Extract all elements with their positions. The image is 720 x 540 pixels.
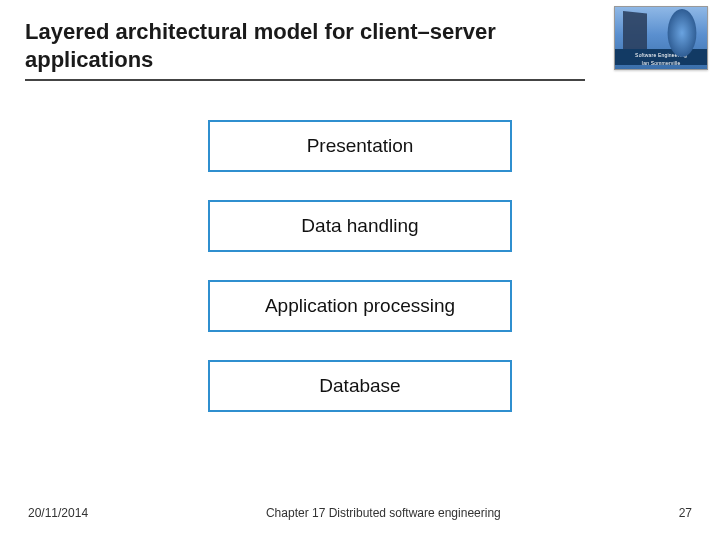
- layer-data-handling: Data handling: [208, 200, 512, 252]
- book-cover-band: Software Engineering Ian Sommerville: [615, 49, 707, 65]
- book-cover-thumbnail: Software Engineering Ian Sommerville: [614, 6, 708, 70]
- layer-label: Database: [319, 375, 400, 397]
- slide-header: Layered architectural model for client–s…: [0, 0, 720, 81]
- layer-application-processing: Application processing: [208, 280, 512, 332]
- footer-date: 20/11/2014: [28, 506, 88, 520]
- book-cover-author: Ian Sommerville: [615, 59, 707, 67]
- layer-label: Application processing: [265, 295, 455, 317]
- layer-database: Database: [208, 360, 512, 412]
- layer-label: Presentation: [307, 135, 414, 157]
- layer-label: Data handling: [301, 215, 418, 237]
- layer-presentation: Presentation: [208, 120, 512, 172]
- layer-diagram: Presentation Data handling Application p…: [0, 120, 720, 412]
- slide-footer: 20/11/2014 Chapter 17 Distributed softwa…: [0, 506, 720, 520]
- slide-title: Layered architectural model for client–s…: [25, 18, 585, 81]
- footer-page-number: 27: [679, 506, 692, 520]
- footer-chapter: Chapter 17 Distributed software engineer…: [88, 506, 679, 520]
- book-cover-title: Software Engineering: [615, 51, 707, 59]
